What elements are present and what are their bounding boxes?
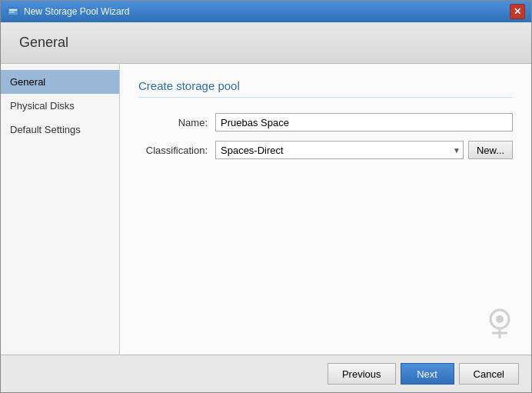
classification-select-wrapper: Spaces-Direct Other ▼ New... bbox=[215, 141, 513, 159]
sidebar-item-general[interactable]: General bbox=[1, 70, 119, 94]
page-title: General bbox=[19, 35, 513, 51]
section-title: Create storage pool bbox=[138, 79, 513, 98]
watermark-icon bbox=[480, 304, 519, 342]
new-button[interactable]: New... bbox=[468, 141, 513, 159]
footer: Previous Next Cancel bbox=[1, 355, 531, 392]
wizard-window: New Storage Pool Wizard ✕ General Genera… bbox=[0, 0, 532, 393]
name-input[interactable] bbox=[215, 113, 513, 132]
app-icon bbox=[7, 5, 19, 18]
title-bar: New Storage Pool Wizard ✕ bbox=[1, 1, 531, 22]
classification-select-container: Spaces-Direct Other ▼ bbox=[215, 141, 464, 159]
svg-rect-2 bbox=[9, 12, 15, 13]
sidebar-item-default-settings[interactable]: Default Settings bbox=[1, 118, 119, 142]
window-title: New Storage Pool Wizard bbox=[24, 6, 510, 17]
main-content: Create storage pool Name: Classification… bbox=[120, 64, 531, 355]
name-label: Name: bbox=[138, 117, 215, 128]
svg-rect-1 bbox=[9, 9, 17, 11]
name-row: Name: bbox=[138, 113, 513, 132]
svg-point-4 bbox=[496, 315, 504, 323]
sidebar: General Physical Disks Default Settings bbox=[1, 64, 120, 355]
close-button[interactable]: ✕ bbox=[510, 4, 525, 19]
sidebar-item-physical-disks[interactable]: Physical Disks bbox=[1, 94, 119, 118]
classification-select[interactable]: Spaces-Direct Other bbox=[215, 141, 464, 159]
body: General Physical Disks Default Settings … bbox=[1, 64, 531, 355]
previous-button[interactable]: Previous bbox=[328, 363, 396, 385]
header-area: General bbox=[1, 22, 531, 64]
classification-label: Classification: bbox=[138, 145, 215, 156]
cancel-button[interactable]: Cancel bbox=[459, 363, 519, 385]
classification-row: Classification: Spaces-Direct Other ▼ Ne… bbox=[138, 141, 513, 159]
next-button[interactable]: Next bbox=[401, 363, 454, 385]
